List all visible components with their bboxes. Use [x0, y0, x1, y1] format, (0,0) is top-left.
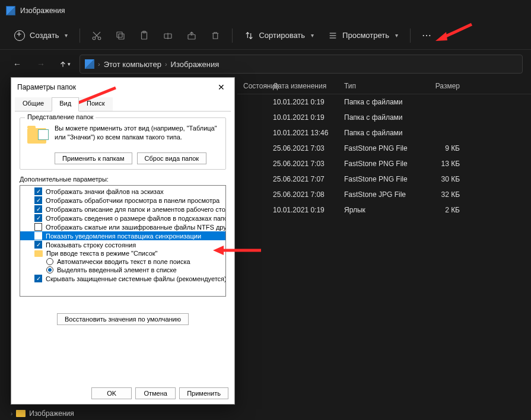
- cell-type: Папка с файлами: [344, 113, 427, 122]
- cell-size: [427, 129, 469, 137]
- table-row[interactable]: 10.01.2021 13:46Папка с файлами: [237, 125, 531, 141]
- checkbox-icon: [34, 196, 42, 204]
- radio-icon: [46, 266, 53, 273]
- table-row[interactable]: 25.06.2021 7:07FastStone PNG File30 КБ: [237, 171, 531, 187]
- cell-type: FastStone JPG File: [344, 190, 427, 199]
- cell-date: 10.01.2021 0:19: [273, 113, 344, 122]
- cell-date: 25.06.2021 7:08: [273, 190, 344, 199]
- cell-size: [427, 98, 469, 106]
- location-icon: [85, 59, 94, 69]
- col-type[interactable]: Тип: [344, 82, 427, 90]
- group-text: Вы можете применить этот вид (например, …: [55, 124, 221, 148]
- checkbox-icon: [34, 232, 42, 240]
- cell-size: [427, 113, 469, 122]
- advanced-settings-label: Дополнительные параметры:: [20, 176, 226, 183]
- breadcrumb-segment[interactable]: Этот компьютер: [104, 60, 161, 69]
- advanced-setting-item[interactable]: При вводе текста в режиме "Список": [20, 249, 225, 257]
- table-row[interactable]: 10.01.2021 0:19Папка с файлами: [237, 94, 531, 110]
- setting-label: Скрывать защищенные системные файлы (рек…: [46, 275, 226, 282]
- checkbox-icon: [34, 187, 42, 195]
- cell-state: [237, 129, 273, 137]
- setting-label: Отображать сжатые или зашифрованные файл…: [46, 224, 226, 231]
- separator: [232, 28, 233, 43]
- table-row[interactable]: 25.06.2021 7:03FastStone PNG File13 КБ: [237, 156, 531, 171]
- table-row[interactable]: 10.01.2021 0:19Ярлык2 КБ: [237, 202, 531, 218]
- tab-general[interactable]: Общие: [15, 97, 52, 112]
- folder-options-dialog: Параметры папок ✕ Общие Вид Поиск Предст…: [11, 77, 235, 405]
- cancel-button[interactable]: Отмена: [135, 387, 176, 399]
- cell-date: 25.06.2021 7:03: [273, 160, 344, 168]
- cut-button[interactable]: [86, 25, 107, 46]
- group-legend: Представление папок: [25, 113, 96, 120]
- cell-state: [237, 206, 273, 214]
- column-headers: Состояние Дата изменения Тип Размер: [237, 78, 531, 94]
- checkbox-icon: [34, 275, 42, 282]
- folder-icon: [34, 250, 43, 257]
- advanced-setting-item[interactable]: Скрывать защищенные системные файлы (рек…: [20, 274, 225, 283]
- advanced-settings-tree[interactable]: Отображать значки файлов на эскизахОтобр…: [20, 185, 226, 297]
- dialog-tabs: Общие Вид Поиск: [11, 97, 234, 111]
- view-label: Просмотреть: [342, 31, 389, 40]
- svg-rect-2: [119, 34, 124, 39]
- setting-label: Отображать обработчики просмотра в панел…: [46, 197, 220, 204]
- ok-button[interactable]: OK: [91, 387, 132, 399]
- setting-label: Отображать сведения о размере файлов в п…: [46, 215, 226, 222]
- apply-button[interactable]: Применить: [179, 387, 228, 399]
- advanced-setting-item[interactable]: Автоматически вводить текст в поле поиск…: [20, 257, 225, 266]
- paste-button[interactable]: [133, 25, 155, 46]
- address-bar[interactable]: › Этот компьютер › Изображения: [80, 55, 523, 74]
- up-button[interactable]: ▾: [56, 55, 74, 73]
- tab-view[interactable]: Вид: [52, 97, 79, 112]
- table-row[interactable]: 25.06.2021 7:08FastStone JPG File32 КБ: [237, 187, 531, 202]
- share-button[interactable]: [181, 25, 202, 46]
- advanced-setting-item[interactable]: Показать уведомления поставщика синхрони…: [20, 231, 225, 240]
- close-button[interactable]: ✕: [214, 80, 228, 94]
- sidebar-item-images[interactable]: › Изображения: [11, 407, 74, 420]
- delete-button[interactable]: [205, 25, 226, 46]
- col-size[interactable]: Размер: [427, 82, 469, 90]
- reset-folders-button[interactable]: Сброс вида папок: [137, 152, 207, 164]
- col-date[interactable]: Дата изменения: [273, 82, 344, 90]
- cell-state: [237, 113, 273, 122]
- table-row[interactable]: 10.01.2021 0:19Папка с файлами: [237, 110, 531, 125]
- folder-apply-icon: [25, 124, 49, 148]
- create-button[interactable]: Создать ▾: [8, 27, 74, 44]
- cell-state: [237, 144, 273, 152]
- advanced-setting-item[interactable]: Отображать обработчики просмотра в панел…: [20, 196, 225, 205]
- svg-rect-3: [117, 32, 122, 37]
- breadcrumb-segment[interactable]: Изображения: [171, 60, 220, 69]
- more-button[interactable]: ⋯: [416, 30, 438, 41]
- restore-defaults-button[interactable]: Восстановить значения по умолчанию: [57, 313, 189, 325]
- apply-to-folders-button[interactable]: Применить к папкам: [55, 152, 132, 164]
- window-title: Изображения: [20, 7, 65, 15]
- sort-label: Сортировать: [259, 31, 305, 40]
- setting-label: При вводе текста в режиме "Список": [46, 250, 157, 257]
- advanced-setting-item[interactable]: Отображать сведения о размере файлов в п…: [20, 214, 225, 222]
- cell-date: 25.06.2021 7:03: [273, 144, 344, 152]
- back-button[interactable]: ←: [8, 55, 26, 73]
- sort-button[interactable]: Сортировать ▾: [239, 27, 320, 44]
- chevron-right-icon: ›: [11, 411, 12, 417]
- toolbar: Создать ▾ Сортировать ▾ Просмотреть ▾ ⋯: [0, 21, 531, 50]
- copy-button[interactable]: [110, 25, 131, 46]
- col-state[interactable]: Состояние: [237, 82, 273, 90]
- view-button[interactable]: Просмотреть ▾: [322, 27, 404, 44]
- sidebar-label: Изображения: [29, 409, 74, 418]
- cell-type: Папка с файлами: [344, 129, 427, 137]
- forward-button[interactable]: →: [32, 55, 50, 73]
- table-row[interactable]: 25.06.2021 7:03FastStone PNG File9 КБ: [237, 141, 531, 156]
- advanced-setting-item[interactable]: Отображать значки файлов на эскизах: [20, 187, 225, 196]
- cell-state: [237, 98, 273, 106]
- checkbox-icon: [34, 205, 42, 213]
- chevron-right-icon: ›: [165, 61, 167, 68]
- cell-state: [237, 175, 273, 183]
- advanced-setting-item[interactable]: Выделять введенный элемент в списке: [20, 266, 225, 274]
- advanced-setting-item[interactable]: Отображать сжатые или зашифрованные файл…: [20, 222, 225, 231]
- tab-search[interactable]: Поиск: [79, 97, 112, 112]
- advanced-setting-item[interactable]: Отображать описание для папок и элементо…: [20, 205, 225, 214]
- app-icon: [6, 6, 15, 15]
- setting-label: Отображать значки файлов на эскизах: [46, 188, 164, 195]
- advanced-setting-item[interactable]: Показывать строку состояния: [20, 240, 225, 249]
- radio-icon: [46, 258, 53, 265]
- rename-button[interactable]: [157, 25, 179, 46]
